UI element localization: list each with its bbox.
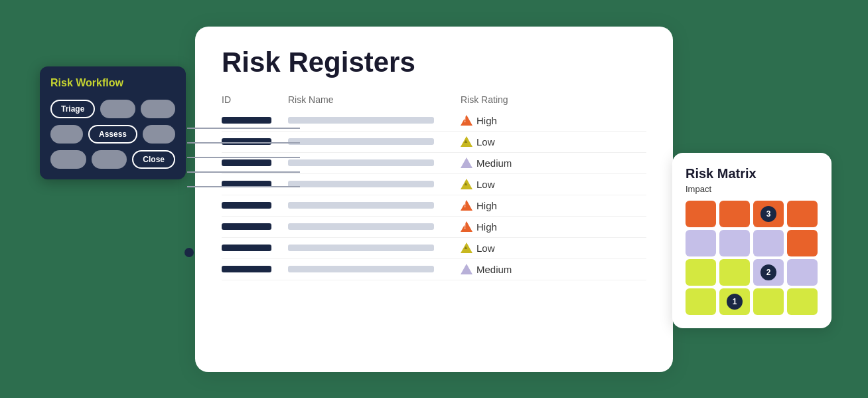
name-bar (288, 202, 434, 209)
high-icon (461, 200, 472, 211)
name-bar (288, 223, 434, 230)
rating-cell: Low (461, 179, 580, 190)
col-risk-rating: Risk Rating (461, 94, 580, 105)
matrix-cell: 2 (753, 259, 784, 286)
matrix-cell (686, 201, 716, 227)
name-bar (288, 138, 434, 145)
impact-label: Impact (686, 184, 818, 194)
rating-label: Low (476, 179, 495, 190)
medium-icon (461, 157, 472, 168)
low-icon (461, 243, 472, 253)
wf-pill-gray (50, 150, 86, 169)
badge-1: 1 (727, 294, 743, 310)
workflow-row-close: Close (50, 150, 175, 169)
rating-label: Low (476, 136, 495, 148)
rating-label: Medium (476, 157, 512, 169)
svg-point-0 (184, 248, 194, 257)
matrix-cell (787, 230, 818, 256)
matrix-cell (787, 201, 818, 227)
badge-2: 2 (760, 264, 776, 280)
wf-pill-gray (100, 100, 135, 118)
rating-cell: Medium (461, 264, 580, 275)
connector-line (187, 171, 300, 173)
high-icon (461, 115, 472, 126)
high-icon (461, 221, 472, 232)
matrix-cell (686, 230, 716, 256)
workflow-panel: Risk Workflow Triage Assess Close (40, 66, 186, 179)
connector-line (187, 128, 300, 129)
low-icon (461, 136, 472, 147)
table-row: Medium (222, 259, 646, 280)
connector-line (187, 186, 300, 187)
name-bar (288, 245, 434, 251)
matrix-cell (719, 201, 750, 227)
matrix-cell: 1 (719, 288, 750, 315)
id-bar (222, 117, 271, 124)
id-bar (222, 202, 271, 209)
connector-line (187, 157, 300, 158)
name-bar (288, 117, 434, 124)
connector-line (187, 142, 300, 144)
wf-pill-gray (92, 150, 127, 169)
risk-matrix-panel: Risk Matrix Impact 3 2 1 (672, 153, 832, 328)
wf-pill-gray (143, 125, 175, 144)
matrix-title: Risk Matrix (686, 166, 818, 181)
connector-dot (182, 246, 196, 262)
triage-pill[interactable]: Triage (50, 100, 95, 118)
name-bar (288, 266, 434, 272)
rating-cell: High (461, 221, 580, 233)
col-id: ID (222, 94, 288, 105)
workflow-rows: Triage Assess Close (50, 100, 175, 169)
workflow-title: Risk Workflow (50, 77, 175, 89)
rating-cell: Medium (461, 157, 580, 169)
workflow-row-assess: Assess (50, 125, 175, 144)
matrix-grid: 3 2 1 (686, 201, 818, 315)
table-header: ID Risk Name Risk Rating (222, 94, 646, 110)
id-bar (222, 266, 271, 272)
matrix-cell (686, 259, 716, 286)
close-pill[interactable]: Close (132, 150, 175, 169)
matrix-cell (753, 230, 784, 256)
rating-label: Low (476, 243, 495, 254)
matrix-cell (719, 230, 750, 256)
matrix-cell (787, 259, 818, 286)
page-title: Risk Registers (222, 47, 646, 78)
id-bar (222, 223, 271, 230)
assess-pill[interactable]: Assess (88, 125, 137, 144)
table-row: High (222, 217, 646, 238)
matrix-cell (787, 288, 818, 315)
rating-cell: High (461, 115, 580, 126)
badge-3: 3 (760, 206, 776, 222)
rating-label: High (476, 221, 497, 233)
matrix-cell (719, 259, 750, 286)
name-bar (288, 181, 434, 187)
workflow-row-triage: Triage (50, 100, 175, 118)
rating-cell: Low (461, 136, 580, 148)
rating-cell: Low (461, 243, 580, 254)
low-icon (461, 179, 472, 189)
matrix-cell: 3 (753, 201, 784, 227)
rating-label: Medium (476, 264, 512, 275)
wf-pill-gray (50, 125, 83, 144)
name-bar (288, 159, 434, 166)
wf-pill-gray (141, 100, 175, 118)
table-row: Low (222, 238, 646, 259)
rating-label: High (476, 200, 497, 211)
id-bar (222, 245, 271, 251)
col-risk-name: Risk Name (288, 94, 461, 105)
workflow-connector-lines (187, 128, 300, 201)
rating-label: High (476, 115, 497, 126)
matrix-cell (753, 288, 784, 315)
matrix-cell (686, 288, 716, 315)
rating-cell: High (461, 200, 580, 211)
medium-icon (461, 264, 472, 274)
